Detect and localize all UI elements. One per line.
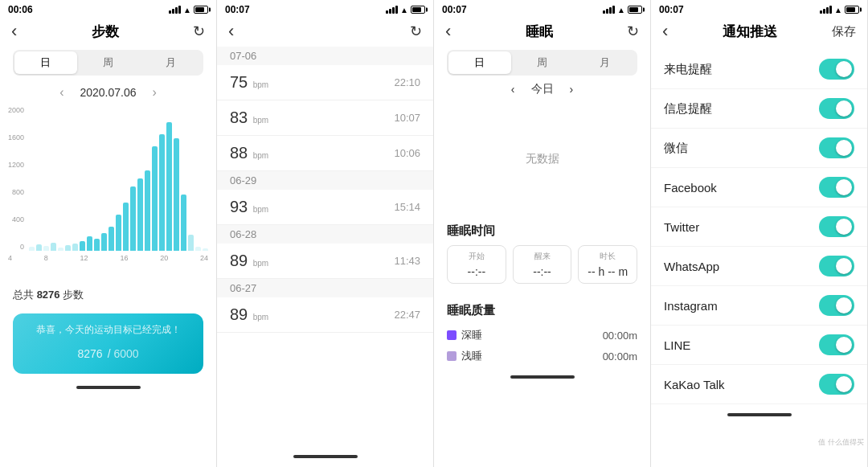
tab-group-3: 日 周 月: [447, 50, 637, 76]
no-data-label: 无数据: [434, 103, 650, 215]
hr-item: 88 bpm 10:06: [217, 136, 433, 171]
sleep-date-label: 今日: [531, 82, 554, 96]
notify-toggle[interactable]: [819, 137, 854, 158]
signal-icon-2: [386, 6, 398, 14]
notify-label: 来电提醒: [664, 62, 712, 77]
nav-bar-4: ‹ 通知推送 保存: [651, 18, 867, 47]
hr-unit: bpm: [253, 205, 268, 214]
sleep-screen: 00:07 ▲ ‹ 睡眠 ↻ 日 周 月 ‹ 今日 › 无数据 睡眠时间 开始 …: [434, 0, 651, 467]
notify-item: 信息提醒: [651, 89, 867, 129]
hr-value: 93: [230, 198, 248, 215]
hr-unit: bpm: [253, 259, 268, 268]
notify-toggle[interactable]: [819, 374, 854, 395]
y-axis: 2000160012008004000: [8, 106, 29, 251]
notify-toggle[interactable]: [819, 177, 854, 198]
hr-item: 89 bpm 11:43: [217, 244, 433, 279]
date-section-header: 07-06: [217, 47, 433, 65]
sleep-quality-title: 睡眠质量: [447, 303, 637, 318]
bottom-bar-4: [651, 408, 867, 425]
next-sleep-date[interactable]: ›: [570, 83, 574, 96]
steps-total: 总共 8276 步数: [0, 283, 216, 307]
battery-icon-3: [628, 6, 642, 14]
back-button-3[interactable]: ‹: [445, 21, 451, 42]
battery-icon-4: [845, 6, 859, 14]
notify-toggle[interactable]: [819, 334, 854, 355]
battery-icon-2: [411, 6, 425, 14]
battery-icon-1: [194, 6, 208, 14]
notify-toggle[interactable]: [819, 295, 854, 316]
bar: [72, 244, 78, 251]
hr-reading: 75 bpm: [230, 73, 268, 92]
tab-month-3[interactable]: 月: [573, 51, 636, 74]
save-button[interactable]: 保存: [832, 24, 856, 39]
next-date-1[interactable]: ›: [153, 85, 157, 100]
heartrate-screen: 00:07 ▲ ‹ ↻ 07-06 75 bpm 22:10 83: [217, 0, 434, 467]
home-indicator-1: [76, 386, 141, 389]
bar: [130, 186, 136, 251]
notify-toggle[interactable]: [819, 216, 854, 237]
tab-month-1[interactable]: 月: [139, 51, 202, 74]
hr-item: 83 bpm 10:07: [217, 100, 433, 136]
notify-label: Twitter: [664, 220, 699, 234]
refresh-button-1[interactable]: ↻: [193, 23, 205, 40]
prev-date-1[interactable]: ‹: [59, 85, 63, 100]
tab-week-3[interactable]: 周: [511, 51, 574, 74]
hr-time: 11:43: [394, 255, 420, 267]
hr-item: 89 bpm 22:47: [217, 297, 433, 333]
bar: [36, 244, 42, 251]
current-date-1: 2020.07.06: [80, 86, 136, 99]
hr-unit: bpm: [253, 151, 268, 160]
deep-sleep-value: 00:00m: [603, 330, 637, 342]
notify-item: Facebook: [651, 168, 867, 207]
back-button-2[interactable]: ‹: [228, 21, 234, 42]
hr-item: 75 bpm 22:10: [217, 65, 433, 100]
bars-wrapper: [29, 122, 208, 251]
signal-icon-1: [169, 6, 181, 14]
sleep-time-section: 睡眠时间 开始 --:-- 醒来 --:-- 时长 -- h -- m: [434, 215, 650, 295]
deep-sleep-label: 深睡: [447, 328, 482, 342]
back-button-4[interactable]: ‹: [662, 21, 668, 42]
start-value: --:--: [454, 265, 499, 278]
notify-label: WhatsApp: [664, 260, 719, 273]
bottom-bar-2: [217, 449, 433, 467]
hr-reading: 83 bpm: [230, 109, 268, 127]
sleep-date-nav: ‹ 今日 ›: [434, 79, 650, 103]
notify-toggle[interactable]: [819, 59, 854, 80]
refresh-button-2[interactable]: ↻: [410, 23, 422, 40]
start-label: 开始: [454, 251, 499, 262]
signal-icon-4: [820, 6, 832, 14]
tab-group-1: 日 周 月: [13, 50, 203, 76]
nav-bar-3: ‹ 睡眠 ↻: [434, 18, 650, 47]
notify-label: 微信: [664, 141, 688, 156]
sleep-wake-box: 醒来 --:--: [513, 245, 572, 284]
notify-toggle[interactable]: [819, 256, 854, 277]
chart-area: 2000160012008004000 4812162024: [8, 106, 208, 283]
prev-sleep-date[interactable]: ‹: [511, 83, 515, 96]
light-sleep-label: 浅睡: [447, 349, 482, 363]
back-button-1[interactable]: ‹: [11, 21, 17, 42]
wake-value: --:--: [520, 265, 565, 278]
sleep-start-box: 开始 --:--: [447, 245, 506, 284]
notify-item: Instagram: [651, 286, 867, 326]
hr-time: 10:07: [394, 112, 420, 124]
bar: [116, 215, 121, 251]
x-axis: 4812162024: [8, 251, 208, 262]
home-indicator-4: [727, 413, 792, 416]
tab-day-3[interactable]: 日: [448, 51, 511, 74]
tab-day-1[interactable]: 日: [14, 51, 77, 74]
refresh-button-3[interactable]: ↻: [627, 23, 639, 40]
hr-list: 07-06 75 bpm 22:10 83 bpm 10:07 88: [217, 47, 433, 449]
bar: [94, 239, 100, 251]
notify-toggle[interactable]: [819, 98, 854, 119]
time-4: 00:07: [659, 4, 684, 15]
home-indicator-3: [510, 375, 575, 379]
hr-value: 89: [230, 252, 248, 269]
hr-value: 88: [230, 144, 248, 162]
bar: [166, 122, 172, 251]
bottom-bar-3: [434, 370, 650, 387]
wifi-icon-1: ▲: [183, 6, 191, 14]
light-sleep-value: 00:00m: [603, 350, 637, 363]
tab-week-1[interactable]: 周: [77, 51, 140, 74]
hr-value: 83: [230, 109, 248, 126]
wifi-icon-3: ▲: [617, 6, 625, 14]
